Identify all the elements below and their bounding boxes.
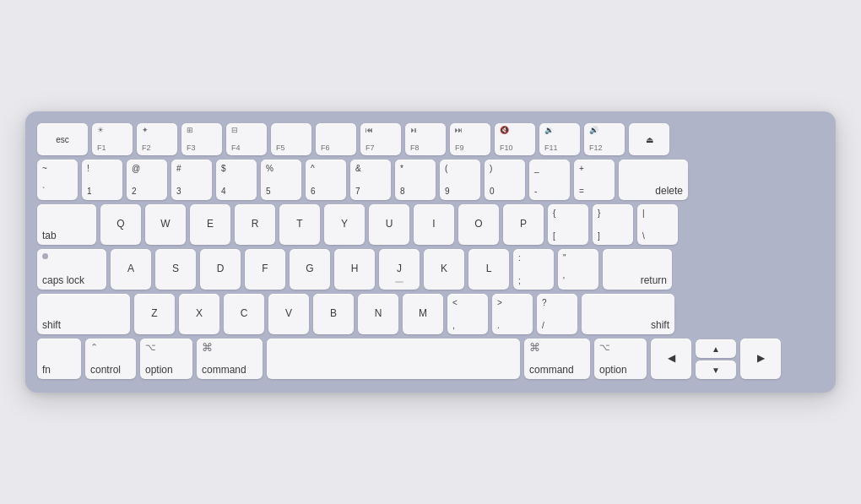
- key-f9[interactable]: ⏭ F9: [450, 123, 490, 155]
- key-shift-left-label: shift: [42, 320, 61, 331]
- shift-row: shift Z X C V B N M < , > . ? / shift: [37, 294, 824, 334]
- key-k[interactable]: K: [424, 249, 464, 290]
- key-option-left-icon: ⌥: [145, 342, 156, 352]
- key-equals[interactable]: + =: [574, 160, 615, 200]
- key-option-left[interactable]: ⌥ option: [140, 339, 192, 379]
- key-u[interactable]: U: [369, 204, 409, 245]
- key-minus[interactable]: _ -: [529, 160, 570, 200]
- key-f4[interactable]: ⊟ F4: [226, 123, 267, 155]
- key-f12[interactable]: 🔊 F12: [584, 123, 625, 155]
- key-q[interactable]: Q: [100, 204, 141, 245]
- key-f2-icon: ✦: [142, 127, 149, 135]
- key-return[interactable]: return: [603, 249, 672, 290]
- key-arrow-down[interactable]: ▼: [696, 360, 736, 379]
- key-2[interactable]: @ 2: [127, 160, 167, 200]
- key-eject[interactable]: ⏏: [629, 123, 669, 155]
- key-control-label: control: [90, 365, 121, 376]
- key-5[interactable]: % 5: [261, 160, 301, 200]
- key-f1[interactable]: ☀ F1: [92, 123, 133, 155]
- key-tab[interactable]: tab: [37, 204, 96, 245]
- key-y[interactable]: Y: [324, 204, 365, 245]
- key-f8[interactable]: ⏯ F8: [405, 123, 446, 155]
- key-bracket-close[interactable]: } ]: [593, 204, 633, 245]
- number-row: ~ ` ! 1 @ 2 # 3 $ 4 % 5 ^ 6 & 7: [37, 160, 824, 200]
- key-arrow-up[interactable]: ▲: [696, 339, 736, 358]
- key-f10[interactable]: 🔇 F10: [495, 123, 535, 155]
- key-j[interactable]: J: [379, 249, 420, 290]
- key-option-right[interactable]: ⌥ option: [594, 339, 647, 379]
- key-bracket-open[interactable]: { [: [548, 204, 588, 245]
- key-f10-label: F10: [500, 144, 513, 152]
- key-f2[interactable]: ✦ F2: [137, 123, 177, 155]
- key-command-left[interactable]: ⌘ command: [197, 339, 263, 379]
- key-v[interactable]: V: [268, 294, 309, 334]
- key-8[interactable]: * 8: [395, 160, 436, 200]
- key-command-right[interactable]: ⌘ command: [524, 339, 590, 379]
- key-w[interactable]: W: [145, 204, 186, 245]
- key-semicolon[interactable]: : ;: [513, 249, 554, 290]
- key-f3[interactable]: ⊞ F3: [181, 123, 222, 155]
- key-d[interactable]: D: [200, 249, 241, 290]
- key-e[interactable]: E: [190, 204, 230, 245]
- key-f9-label: F9: [455, 144, 464, 152]
- key-f7[interactable]: ⏮ F7: [360, 123, 401, 155]
- key-m[interactable]: M: [403, 294, 443, 334]
- key-control[interactable]: ⌃ control: [85, 339, 136, 379]
- key-arrow-right[interactable]: ▶: [740, 339, 781, 379]
- key-shift-right-label: shift: [651, 320, 669, 331]
- key-backslash[interactable]: | \: [637, 204, 678, 245]
- key-capslock-label: caps lock: [42, 275, 84, 286]
- key-0[interactable]: ) 0: [485, 160, 525, 200]
- key-c[interactable]: C: [224, 294, 264, 334]
- key-f6[interactable]: F6: [316, 123, 356, 155]
- key-f1-icon: ☀: [97, 127, 104, 135]
- key-h[interactable]: H: [334, 249, 375, 290]
- key-r[interactable]: R: [235, 204, 275, 245]
- key-tilde[interactable]: ~ `: [37, 160, 78, 200]
- key-s[interactable]: S: [155, 249, 196, 290]
- key-p[interactable]: P: [503, 204, 544, 245]
- key-f5-label: F5: [276, 144, 285, 152]
- key-4[interactable]: $ 4: [216, 160, 257, 200]
- key-quote[interactable]: " ': [558, 249, 598, 290]
- key-f2-label: F2: [142, 144, 151, 152]
- qwerty-row: tab Q W E R T Y U I O P { [ } ] | \: [37, 204, 824, 245]
- key-6[interactable]: ^ 6: [306, 160, 346, 200]
- key-space[interactable]: [267, 339, 520, 379]
- key-esc[interactable]: esc: [37, 123, 88, 155]
- key-comma[interactable]: < ,: [447, 294, 488, 334]
- key-o[interactable]: O: [458, 204, 499, 245]
- key-f10-icon: 🔇: [500, 127, 509, 135]
- key-g[interactable]: G: [290, 249, 330, 290]
- key-slash[interactable]: ? /: [537, 294, 577, 334]
- key-shift-left[interactable]: shift: [37, 294, 130, 334]
- key-fn[interactable]: fn: [37, 339, 81, 379]
- key-option-right-icon: ⌥: [599, 342, 610, 352]
- key-f8-label: F8: [410, 144, 420, 152]
- key-i[interactable]: I: [414, 204, 454, 245]
- key-7[interactable]: & 7: [350, 160, 391, 200]
- key-tab-label: tab: [42, 230, 57, 241]
- key-arrow-left[interactable]: ◀: [651, 339, 691, 379]
- key-f5[interactable]: F5: [271, 123, 311, 155]
- key-shift-right[interactable]: shift: [582, 294, 674, 334]
- key-a[interactable]: A: [111, 249, 151, 290]
- key-t[interactable]: T: [279, 204, 320, 245]
- key-delete[interactable]: delete: [619, 160, 688, 200]
- key-f[interactable]: F: [245, 249, 285, 290]
- key-3[interactable]: # 3: [171, 160, 212, 200]
- key-period[interactable]: > .: [492, 294, 533, 334]
- key-l[interactable]: L: [468, 249, 509, 290]
- key-f9-icon: ⏭: [455, 127, 463, 135]
- key-f11-icon: 🔉: [544, 127, 554, 135]
- key-f8-icon: ⏯: [410, 127, 418, 135]
- key-f11[interactable]: 🔉 F11: [539, 123, 580, 155]
- key-9[interactable]: ( 9: [440, 160, 480, 200]
- key-n[interactable]: N: [358, 294, 398, 334]
- key-x[interactable]: X: [179, 294, 219, 334]
- key-esc-label: esc: [56, 135, 69, 144]
- key-1[interactable]: ! 1: [82, 160, 122, 200]
- key-b[interactable]: B: [313, 294, 354, 334]
- key-z[interactable]: Z: [134, 294, 175, 334]
- key-capslock[interactable]: caps lock: [37, 249, 106, 290]
